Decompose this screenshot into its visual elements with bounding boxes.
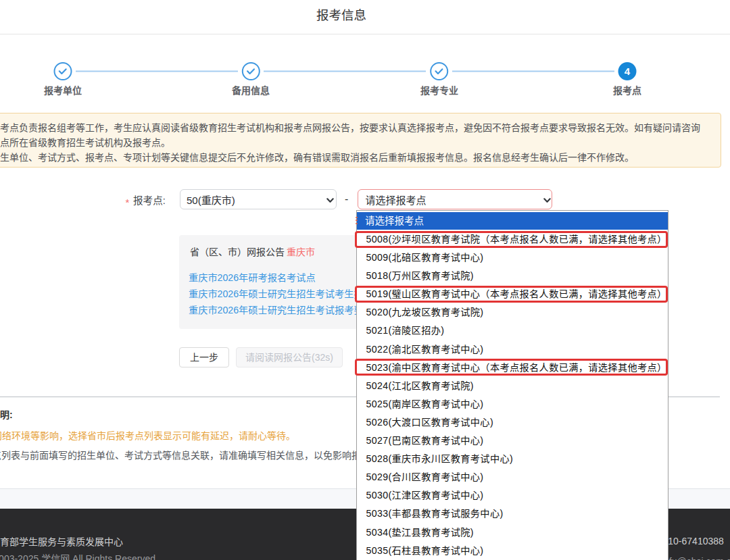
svg-text:4: 4 bbox=[625, 66, 631, 77]
